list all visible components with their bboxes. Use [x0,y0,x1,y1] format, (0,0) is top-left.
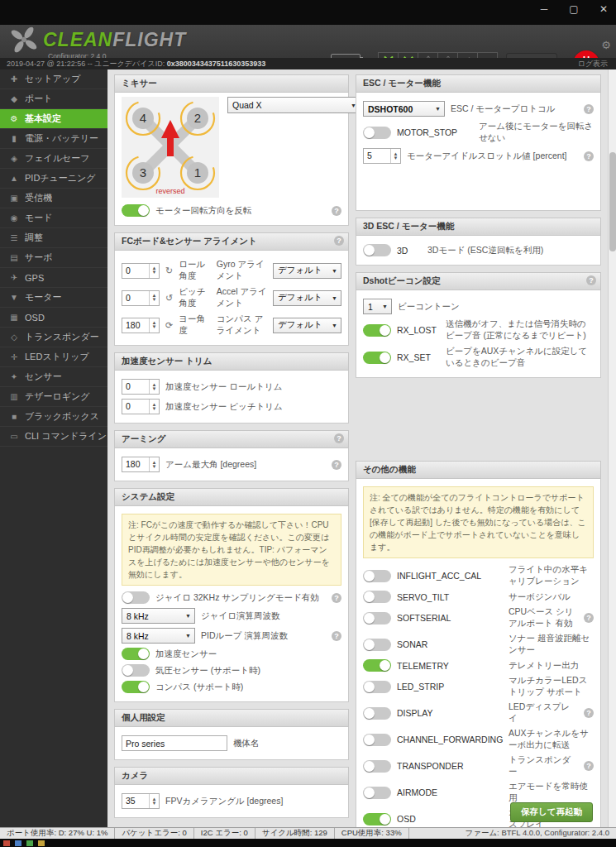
toggle-CHANNEL_FORWARDING[interactable] [363,734,391,746]
angle-stepper[interactable]: 180▲▼ [122,318,160,333]
help-icon[interactable]: ? [584,708,594,718]
settings-gear-icon[interactable]: ⚙ [601,39,611,51]
gyro-32khz-toggle[interactable] [122,591,150,604]
toggle-RX_LOST[interactable] [363,324,391,337]
arm-angle-stepper[interactable]: 180▲▼ [122,457,160,472]
mixer-type-select[interactable]: Quad X▼ [227,97,361,113]
angle-stepper[interactable]: 0▲▼ [122,263,160,279]
sidebar-item-12[interactable]: ▦OSD [0,308,107,328]
feature-desc: サーボジンバル [509,591,571,603]
sidebar-item-7[interactable]: ◉モード [0,208,107,228]
scrollbar-thumb[interactable] [609,152,616,251]
taskbar-icon[interactable] [38,840,45,846]
sidebar-item-1[interactable]: ◆ポート [0,89,107,109]
pid-frequency-select[interactable]: 8 kHz▼ [122,628,195,644]
system-sensor-toggle[interactable] [122,648,150,660]
gyro-frequency-select[interactable]: 8 kHz▼ [122,608,195,624]
motor-stop-toggle[interactable] [363,127,391,139]
sidebar-item-0[interactable]: ✚セットアップ [0,69,107,89]
sidebar-item-14[interactable]: ✛LEDストリップ [0,347,107,367]
toggle-SERVO_TILT[interactable] [363,591,391,603]
help-icon[interactable]: ? [334,236,344,246]
align-select[interactable]: デフォルト▼ [273,263,341,279]
motor-number: 1 [194,165,201,179]
fpv-camera-angle-stepper[interactable]: 35▲▼ [122,793,160,809]
sidebar-item-13[interactable]: ◇トランスポンダー [0,328,107,347]
top-status-strip: 2019-04-27 @ 21:22:56 -- ユニークデバイスID: 0x3… [0,58,616,69]
window-minimize-button[interactable]: ─ [535,3,553,15]
sidebar-item-18[interactable]: ▭CLI コマンドライン [0,427,107,447]
sidebar-item-5[interactable]: ▲PIDチューニング [0,169,107,189]
align-select[interactable]: デフォルト▼ [273,318,341,333]
angle-stepper[interactable]: 0▲▼ [122,290,160,306]
beacon-name: RX_SET [397,352,440,362]
toggle-OSD[interactable] [363,813,391,825]
show-log-button[interactable]: ログ表示 [578,58,608,69]
sidebar-item-label: 基本設定 [25,112,61,125]
taskbar-icon[interactable] [15,840,21,846]
align-select[interactable]: デフォルト▼ [273,290,341,306]
help-icon[interactable]: ? [584,104,594,114]
help-icon[interactable]: ? [332,593,341,603]
sidebar-item-16[interactable]: ▥テザーロギング [0,387,107,407]
help-icon[interactable]: ? [332,460,341,470]
window-maximize-button[interactable]: ▢ [565,3,583,15]
toggle-INFLIGHT_ACC_CAL[interactable] [363,570,391,582]
vertical-scrollbar[interactable] [608,69,616,827]
sidebar-item-9[interactable]: ▤サーボ [0,248,107,268]
beacon-tone-select[interactable]: 1▼ [363,299,392,314]
craft-name-input[interactable] [122,735,227,751]
toggle-SONAR[interactable] [363,639,391,651]
personal-header: 個人用設定 [114,709,349,727]
sidebar-item-6[interactable]: ▣受信機 [0,189,107,208]
features-note: 注: 全ての機能が全てのフライトコントローラでサポートされている訳ではありません… [363,486,594,558]
toggle-TRANSPONDER[interactable] [363,760,391,773]
sidebar-item-8[interactable]: ☰調整 [0,228,107,248]
window-close-button[interactable]: ✕ [595,3,613,15]
sidebar-item-label: 受信機 [25,192,52,204]
sidebar-item-icon: ▮ [9,134,19,143]
toggle-SOFTSERIAL[interactable] [363,612,391,624]
taskbar-icon[interactable] [26,840,33,846]
save-reboot-button[interactable]: 保存して再起動 [510,802,593,822]
footer-stat: ポート使用率: D: 27% U: 1% [0,828,115,839]
arm-angle-label: アーム最大角 [degrees] [165,459,256,471]
motor-direction-reverse-toggle[interactable] [122,204,150,217]
motor-idle-stepper[interactable]: 5▲▼ [363,148,401,164]
esc-protocol-select[interactable]: DSHOT600▼ [363,101,445,117]
system-sensor-toggle[interactable] [122,681,150,693]
sidebar-item-10[interactable]: ✈GPS [0,268,107,288]
toggle-LED_STRIP[interactable] [363,681,391,693]
help-icon[interactable]: ? [586,275,596,285]
trim-stepper[interactable]: 0▲▼ [122,399,160,414]
section-dshot-beacon: Dshotビーコン設定? 1▼ ビーコントーン RX_LOST送信機がオフ、また… [356,272,601,378]
sidebar-item-15[interactable]: ✦センサー [0,367,107,387]
sidebar-item-4[interactable]: ◈フェイルセーフ [0,149,107,169]
sidebar-item-label: セットアップ [25,73,81,85]
help-icon[interactable]: ? [332,206,341,216]
sidebar-item-icon: ■ [9,412,19,421]
help-icon[interactable]: ? [334,433,344,443]
taskbar-icon[interactable] [3,840,10,846]
toggle-AIRMODE[interactable] [363,787,391,799]
sidebar-item-2[interactable]: ⚙基本設定 [0,109,107,129]
system-note: 注: FCがこの速度で動作するか確認して下さい！CPUとサイクル時間の安定度を確… [122,514,341,586]
sidebar-item-label: GPS [25,273,44,283]
sidebar-item-3[interactable]: ▮電源・バッテリー [0,129,107,149]
3d-mode-toggle[interactable] [363,244,391,256]
help-icon[interactable]: ? [584,761,594,771]
toggle-TELEMETRY[interactable] [363,659,391,672]
app-title: CLEANFLIGHT [43,23,186,56]
system-sensor-toggle[interactable] [122,664,150,677]
help-icon[interactable]: ? [584,151,594,161]
sidebar-item-11[interactable]: ▼モーター [0,288,107,308]
trim-stepper[interactable]: 0▲▼ [122,379,160,395]
help-icon[interactable]: ? [332,631,341,641]
sidebar-item-17[interactable]: ■ブラックボックス [0,407,107,427]
help-icon[interactable]: ? [584,613,594,623]
toggle-DISPLAY[interactable] [363,707,391,720]
footer-stat: I2C エラー: 0 [194,828,255,839]
toggle-RX_SET[interactable] [363,352,391,364]
trim-label: 加速度センサー ロールトリム [165,381,282,393]
sidebar-item-label: ブラックボックス [25,410,99,423]
